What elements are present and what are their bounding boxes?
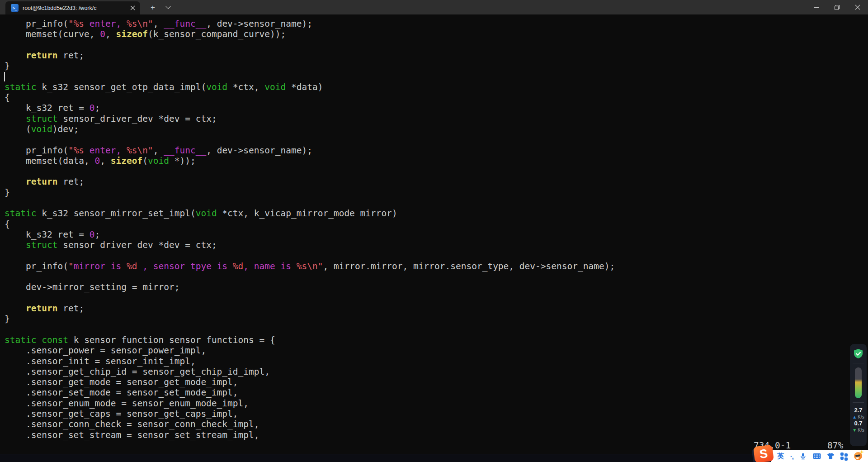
code-segment xyxy=(5,114,26,124)
skin-tshirt-icon[interactable] xyxy=(827,452,835,460)
code-line: } xyxy=(5,61,868,71)
terminal-tab[interactable]: >_ root@9c1bdd5e22d3: /work/c xyxy=(5,1,140,14)
download-arrow-icon: ▼ xyxy=(852,427,857,433)
vim-cursor xyxy=(4,72,5,81)
code-line: return ret; xyxy=(5,50,868,61)
code-segment: , dev->sensor_name); xyxy=(206,19,312,29)
code-segment: memset(curve, xyxy=(5,29,100,39)
download-speed-value: 0.7 xyxy=(854,420,862,427)
input-language-toggle[interactable]: 英 xyxy=(777,452,784,461)
code-segment: , sensor tpye is xyxy=(137,261,233,271)
code-segment: memset(data, xyxy=(5,156,95,166)
microphone-icon[interactable] xyxy=(799,452,807,460)
code-segment: 0 xyxy=(90,103,95,113)
code-segment: enter, xyxy=(84,19,127,29)
code-segment: const xyxy=(42,335,68,345)
code-line: struct sensor_driver_dev *dev = ctx; xyxy=(5,114,868,124)
shield-check-icon[interactable] xyxy=(853,348,863,359)
code-segment: ret; xyxy=(57,50,84,61)
code-line: } xyxy=(5,187,868,198)
code-line: pr_info("mirror is %d , sensor tpye is %… xyxy=(5,261,868,271)
net-monitor-widget[interactable]: 2.7 ▲ K/s 0.7 ▼ K/s xyxy=(850,344,867,446)
window-controls xyxy=(806,0,868,14)
code-line: .sensor_conn_check = sensor_conn_check_i… xyxy=(5,419,868,429)
code-segment: __func__ xyxy=(164,145,206,156)
tab-title: root@9c1bdd5e22d3: /work/c xyxy=(23,5,127,11)
code-segment: %d xyxy=(233,261,243,271)
taskbar[interactable] xyxy=(0,454,868,462)
code-segment: " xyxy=(68,261,74,271)
terminal-screen[interactable]: pr_info("%s enter, %s\n", __func__, dev-… xyxy=(0,14,868,454)
code-line: return ret; xyxy=(5,303,868,314)
upload-arrow-icon: ▲ xyxy=(852,414,857,420)
code-segment: pr_info( xyxy=(5,145,68,156)
code-segment: *ctx, k_vicap_mirror_mode mirror) xyxy=(217,208,397,219)
code-line: { xyxy=(5,92,868,103)
tab-dropdown-button[interactable] xyxy=(162,2,175,14)
code-segment: .sensor_get_chip_id = sensor_get_chip_id… xyxy=(5,367,270,377)
titlebar: >_ root@9c1bdd5e22d3: /work/c + xyxy=(0,0,868,14)
code-segment: "%s xyxy=(68,19,84,29)
code-segment: , xyxy=(153,145,164,156)
code-segment xyxy=(5,303,26,314)
code-segment: .sensor_init = sensor_init_impl, xyxy=(5,356,196,367)
code-segment: , xyxy=(100,156,110,166)
code-segment: .sensor_conn_check = sensor_conn_check_i… xyxy=(5,419,259,429)
code-segment: static xyxy=(5,82,36,92)
code-segment: .sensor_power = sensor_power_impl, xyxy=(5,345,206,356)
code-segment: .sensor_set_mode = sensor_set_mode_impl, xyxy=(5,387,238,398)
code-line xyxy=(5,134,868,145)
code-line: } xyxy=(5,314,868,324)
vim-ruler: 734,0-1 87% xyxy=(0,440,868,451)
code-segment: 0 xyxy=(95,156,100,166)
code-segment: struct xyxy=(26,114,57,124)
code-segment: __func__ xyxy=(164,19,206,29)
tab-close-icon[interactable] xyxy=(127,3,137,13)
code-segment: 0 xyxy=(90,229,95,240)
code-segment: .sensor_enum_mode = sensor_enum_mode_imp… xyxy=(5,398,249,409)
code-segment: mirror is xyxy=(74,261,127,271)
code-segment: *)); xyxy=(169,156,196,166)
code-segment: static xyxy=(5,335,36,345)
toolbox-grid-icon[interactable] xyxy=(840,452,848,460)
punctuation-toggle[interactable]: ·, xyxy=(790,452,793,460)
code-line: dev->mirror_setting = mirror; xyxy=(5,282,868,292)
code-line xyxy=(5,166,868,176)
emoji-assistant-icon[interactable] xyxy=(854,452,862,460)
code-line: .sensor_enum_mode = sensor_enum_mode_imp… xyxy=(5,398,868,409)
close-button[interactable] xyxy=(847,0,868,14)
code-segment: void xyxy=(264,82,286,92)
code-line: .sensor_set_mode = sensor_set_mode_impl, xyxy=(5,387,868,398)
performance-gauge[interactable] xyxy=(855,367,862,398)
scroll-percent: 87% xyxy=(827,440,843,451)
code-segment: , name is xyxy=(243,261,296,271)
code-line: .sensor_get_chip_id = sensor_get_chip_id… xyxy=(5,367,868,377)
code-segment: return xyxy=(26,50,57,61)
code-segment: %s\n" xyxy=(127,19,153,29)
restore-button[interactable] xyxy=(826,0,847,14)
code-line: pr_info("%s enter, %s\n", __func__, dev-… xyxy=(5,145,868,156)
close-icon xyxy=(855,5,860,10)
divider xyxy=(853,363,864,363)
code-segment xyxy=(5,50,26,61)
keyboard-icon[interactable] xyxy=(813,453,821,459)
powershell-icon: >_ xyxy=(11,4,19,12)
new-tab-button[interactable]: + xyxy=(146,2,159,14)
upload-speed-unit: K/s xyxy=(858,414,864,420)
code-line xyxy=(5,251,868,261)
sogou-logo[interactable]: S xyxy=(753,445,774,462)
code-line: k_s32 ret = 0; xyxy=(5,229,868,240)
code-line: pr_info("%s enter, %s\n", __func__, dev-… xyxy=(5,19,868,29)
code-line: .sensor_set_stream = sensor_set_stream_i… xyxy=(5,430,868,440)
chevron-down-icon xyxy=(165,4,170,9)
code-segment: ret; xyxy=(57,176,84,187)
code-line: memset(data, 0, sizeof(void *)); xyxy=(5,156,868,166)
code-segment: dev->mirror_setting = mirror; xyxy=(5,282,179,292)
code-segment: } xyxy=(5,314,10,324)
minimize-button[interactable] xyxy=(806,0,826,14)
code-line: .sensor_power = sensor_power_impl, xyxy=(5,345,868,356)
code-segment: void xyxy=(148,156,169,166)
code-segment: ( xyxy=(142,156,148,166)
code-segment: pr_info( xyxy=(5,261,68,271)
code-line xyxy=(5,324,868,335)
